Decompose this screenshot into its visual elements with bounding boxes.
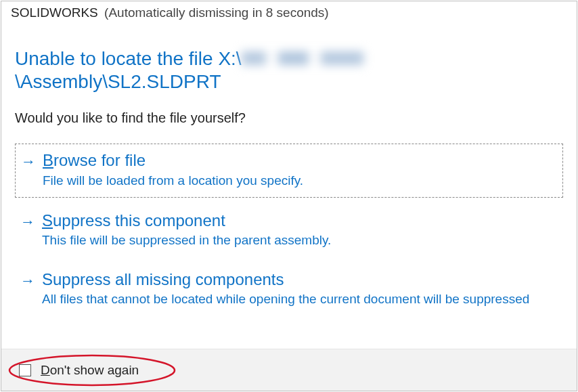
option-title: Browse for file [43,151,557,170]
option-suppress-all-missing[interactable]: → Suppress all missing components All fi… [15,263,563,315]
dialog-footer: Don't show again [1,349,577,391]
headline: Unable to locate the file X:\\Assembly\S… [15,47,563,93]
headline-suffix: \Assembly\SL2.SLDPRT [15,71,221,92]
dialog-body: Unable to locate the file X:\\Assembly\S… [1,23,577,349]
arrow-right-icon: → [21,152,36,188]
dont-show-again-label[interactable]: Don't show again [41,363,139,378]
headline-prefix: Unable to locate the file X:\ [15,48,242,69]
question-text: Would you like to find the file yourself… [15,110,563,126]
redacted-path-segment [242,49,363,68]
dont-show-again-checkbox[interactable] [19,364,31,376]
option-suppress-component[interactable]: → Suppress this component This file will… [15,204,563,257]
arrow-right-icon: → [20,271,35,307]
option-title: Suppress this component [42,211,558,230]
option-desc: This file will be suppressed in the pare… [42,232,558,248]
auto-dismiss-countdown: (Automatically dismissing in 8 seconds) [104,5,329,20]
arrow-right-icon: → [20,213,35,248]
option-browse-for-file[interactable]: → Browse for file File will be loaded fr… [15,144,563,197]
option-desc: File will be loaded from a location you … [43,173,557,189]
titlebar: SOLIDWORKS (Automatically dismissing in … [1,1,577,23]
dialog: SOLIDWORKS (Automatically dismissing in … [1,1,577,391]
app-name: SOLIDWORKS [11,5,98,20]
option-desc: All files that cannot be located while o… [42,291,558,307]
option-title: Suppress all missing components [42,270,558,289]
